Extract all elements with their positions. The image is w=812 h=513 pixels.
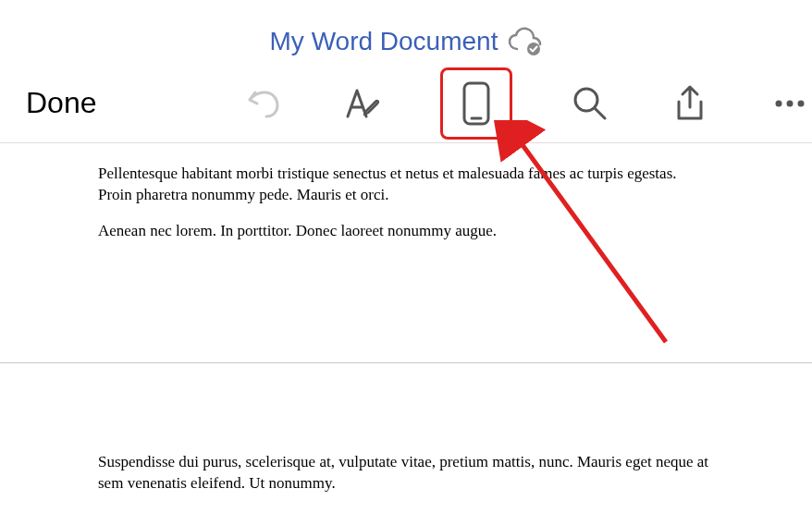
share-icon	[670, 83, 710, 124]
format-pen-icon	[342, 83, 383, 124]
svg-point-5	[775, 100, 781, 106]
share-button[interactable]	[668, 81, 712, 126]
search-button[interactable]	[568, 81, 612, 126]
paragraph: Pellentesque habitant morbi tristique se…	[98, 164, 714, 206]
mobile-icon	[459, 79, 494, 128]
svg-point-7	[797, 100, 804, 106]
format-button[interactable]	[340, 81, 385, 126]
undo-button[interactable]	[240, 81, 285, 126]
document-title: My Word Document	[270, 27, 498, 56]
title-row: My Word Document	[0, 0, 812, 65]
mobile-view-button[interactable]	[440, 67, 512, 140]
page-break	[0, 362, 812, 363]
paragraph: Suspendisse dui purus, scelerisque at, v…	[98, 452, 714, 495]
toolbar: Done	[0, 65, 812, 142]
paragraph: Lorem ipsum dolor sit amet, consectetuer…	[98, 509, 714, 513]
more-button[interactable]	[768, 81, 812, 126]
more-icon	[769, 83, 810, 124]
cloud-sync-icon	[507, 27, 542, 56]
search-icon	[570, 83, 610, 124]
undo-icon	[242, 83, 283, 124]
svg-point-6	[786, 100, 793, 106]
toolbar-icons	[240, 67, 812, 140]
paragraph: Aenean nec lorem. In porttitor. Donec la…	[98, 221, 714, 242]
svg-line-4	[595, 108, 605, 118]
done-button[interactable]: Done	[26, 86, 97, 120]
document-content[interactable]: Pellentesque habitant morbi tristique se…	[0, 143, 812, 513]
header: My Word Document Done	[0, 0, 812, 143]
